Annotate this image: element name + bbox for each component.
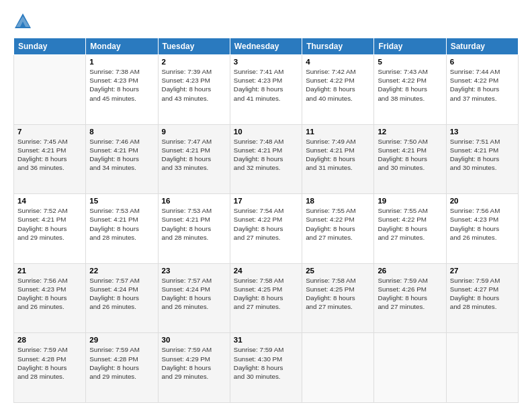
- day-info: Sunrise: 7:59 AM Sunset: 4:26 PM Dayligh…: [378, 276, 442, 312]
- day-number: 28: [17, 336, 82, 344]
- day-info: Sunrise: 7:47 AM Sunset: 4:21 PM Dayligh…: [162, 137, 226, 173]
- day-number: 9: [162, 128, 226, 136]
- day-number: 14: [17, 197, 82, 205]
- logo: [13, 12, 34, 31]
- calendar-cell: 27Sunrise: 7:59 AM Sunset: 4:27 PM Dayli…: [446, 263, 518, 333]
- calendar-cell: [302, 333, 374, 403]
- day-number: 7: [17, 128, 82, 136]
- calendar-cell: 29Sunrise: 7:59 AM Sunset: 4:28 PM Dayli…: [86, 333, 158, 403]
- day-info: Sunrise: 7:39 AM Sunset: 4:23 PM Dayligh…: [162, 67, 226, 103]
- day-info: Sunrise: 7:53 AM Sunset: 4:21 PM Dayligh…: [162, 206, 226, 242]
- day-info: Sunrise: 7:57 AM Sunset: 4:24 PM Dayligh…: [89, 276, 154, 312]
- calendar-table: SundayMondayTuesdayWednesdayThursdayFrid…: [13, 38, 519, 403]
- calendar-cell: 3Sunrise: 7:41 AM Sunset: 4:23 PM Daylig…: [230, 55, 302, 125]
- calendar-cell: [446, 333, 518, 403]
- calendar-cell: [374, 333, 446, 403]
- day-number: 6: [450, 58, 515, 66]
- calendar-cell: 10Sunrise: 7:48 AM Sunset: 4:21 PM Dayli…: [230, 124, 302, 194]
- day-header-tuesday: Tuesday: [158, 38, 230, 55]
- calendar-cell: 19Sunrise: 7:55 AM Sunset: 4:22 PM Dayli…: [374, 194, 446, 264]
- calendar-cell: 20Sunrise: 7:56 AM Sunset: 4:23 PM Dayli…: [446, 194, 518, 264]
- day-number: 1: [89, 58, 154, 66]
- day-header-saturday: Saturday: [446, 38, 518, 55]
- day-info: Sunrise: 7:59 AM Sunset: 4:27 PM Dayligh…: [450, 276, 515, 312]
- day-info: Sunrise: 7:41 AM Sunset: 4:23 PM Dayligh…: [234, 67, 298, 103]
- day-info: Sunrise: 7:48 AM Sunset: 4:21 PM Dayligh…: [234, 137, 298, 173]
- day-header-friday: Friday: [374, 38, 446, 55]
- day-info: Sunrise: 7:58 AM Sunset: 4:25 PM Dayligh…: [306, 276, 370, 312]
- day-number: 23: [162, 267, 226, 275]
- day-number: 30: [162, 336, 226, 344]
- day-info: Sunrise: 7:43 AM Sunset: 4:22 PM Dayligh…: [378, 67, 442, 103]
- day-number: 15: [89, 197, 154, 205]
- day-number: 11: [306, 128, 370, 136]
- day-info: Sunrise: 7:55 AM Sunset: 4:22 PM Dayligh…: [306, 206, 370, 242]
- day-number: 2: [162, 58, 226, 66]
- day-number: 13: [450, 128, 515, 136]
- calendar-cell: 14Sunrise: 7:52 AM Sunset: 4:21 PM Dayli…: [14, 194, 86, 264]
- day-info: Sunrise: 7:54 AM Sunset: 4:22 PM Dayligh…: [234, 206, 298, 242]
- day-number: 31: [234, 336, 298, 344]
- calendar-cell: 16Sunrise: 7:53 AM Sunset: 4:21 PM Dayli…: [158, 194, 230, 264]
- calendar-cell: 7Sunrise: 7:45 AM Sunset: 4:21 PM Daylig…: [14, 124, 86, 194]
- calendar-cell: 28Sunrise: 7:59 AM Sunset: 4:28 PM Dayli…: [14, 333, 86, 403]
- calendar-cell: 5Sunrise: 7:43 AM Sunset: 4:22 PM Daylig…: [374, 55, 446, 125]
- day-number: 21: [17, 267, 82, 275]
- day-number: 3: [234, 58, 298, 66]
- day-info: Sunrise: 7:52 AM Sunset: 4:21 PM Dayligh…: [17, 206, 82, 242]
- day-number: 25: [306, 267, 370, 275]
- calendar-cell: 6Sunrise: 7:44 AM Sunset: 4:22 PM Daylig…: [446, 55, 518, 125]
- day-header-thursday: Thursday: [302, 38, 374, 55]
- day-info: Sunrise: 7:59 AM Sunset: 4:29 PM Dayligh…: [162, 345, 226, 381]
- calendar-cell: 24Sunrise: 7:58 AM Sunset: 4:25 PM Dayli…: [230, 263, 302, 333]
- day-info: Sunrise: 7:56 AM Sunset: 4:23 PM Dayligh…: [17, 276, 82, 312]
- day-info: Sunrise: 7:51 AM Sunset: 4:21 PM Dayligh…: [450, 137, 515, 173]
- calendar-cell: 25Sunrise: 7:58 AM Sunset: 4:25 PM Dayli…: [302, 263, 374, 333]
- day-info: Sunrise: 7:59 AM Sunset: 4:28 PM Dayligh…: [89, 345, 154, 381]
- calendar-cell: 30Sunrise: 7:59 AM Sunset: 4:29 PM Dayli…: [158, 333, 230, 403]
- header: [13, 12, 519, 31]
- day-number: 10: [234, 128, 298, 136]
- day-header-sunday: Sunday: [14, 38, 86, 55]
- day-number: 12: [378, 128, 442, 136]
- logo-icon: [13, 12, 32, 31]
- calendar-cell: 21Sunrise: 7:56 AM Sunset: 4:23 PM Dayli…: [14, 263, 86, 333]
- calendar-cell: 8Sunrise: 7:46 AM Sunset: 4:21 PM Daylig…: [86, 124, 158, 194]
- calendar-cell: 11Sunrise: 7:49 AM Sunset: 4:21 PM Dayli…: [302, 124, 374, 194]
- day-number: 22: [89, 267, 154, 275]
- calendar-cell: 2Sunrise: 7:39 AM Sunset: 4:23 PM Daylig…: [158, 55, 230, 125]
- day-info: Sunrise: 7:59 AM Sunset: 4:30 PM Dayligh…: [234, 345, 298, 381]
- day-info: Sunrise: 7:46 AM Sunset: 4:21 PM Dayligh…: [89, 137, 154, 173]
- day-info: Sunrise: 7:42 AM Sunset: 4:22 PM Dayligh…: [306, 67, 370, 103]
- day-info: Sunrise: 7:59 AM Sunset: 4:28 PM Dayligh…: [17, 345, 82, 381]
- day-number: 5: [378, 58, 442, 66]
- day-number: 26: [378, 267, 442, 275]
- day-info: Sunrise: 7:49 AM Sunset: 4:21 PM Dayligh…: [306, 137, 370, 173]
- day-number: 20: [450, 197, 515, 205]
- calendar-cell: 31Sunrise: 7:59 AM Sunset: 4:30 PM Dayli…: [230, 333, 302, 403]
- calendar-cell: 9Sunrise: 7:47 AM Sunset: 4:21 PM Daylig…: [158, 124, 230, 194]
- day-number: 8: [89, 128, 154, 136]
- day-info: Sunrise: 7:50 AM Sunset: 4:21 PM Dayligh…: [378, 137, 442, 173]
- day-header-monday: Monday: [86, 38, 158, 55]
- day-info: Sunrise: 7:44 AM Sunset: 4:22 PM Dayligh…: [450, 67, 515, 103]
- day-info: Sunrise: 7:45 AM Sunset: 4:21 PM Dayligh…: [17, 137, 82, 173]
- day-number: 29: [89, 336, 154, 344]
- day-info: Sunrise: 7:56 AM Sunset: 4:23 PM Dayligh…: [450, 206, 515, 242]
- day-number: 19: [378, 197, 442, 205]
- day-header-wednesday: Wednesday: [230, 38, 302, 55]
- day-number: 27: [450, 267, 515, 275]
- day-number: 18: [306, 197, 370, 205]
- day-info: Sunrise: 7:38 AM Sunset: 4:23 PM Dayligh…: [89, 67, 154, 103]
- day-number: 17: [234, 197, 298, 205]
- calendar-cell: 1Sunrise: 7:38 AM Sunset: 4:23 PM Daylig…: [86, 55, 158, 125]
- calendar-cell: 26Sunrise: 7:59 AM Sunset: 4:26 PM Dayli…: [374, 263, 446, 333]
- day-number: 24: [234, 267, 298, 275]
- day-info: Sunrise: 7:57 AM Sunset: 4:24 PM Dayligh…: [162, 276, 226, 312]
- calendar-cell: 4Sunrise: 7:42 AM Sunset: 4:22 PM Daylig…: [302, 55, 374, 125]
- calendar-cell: 22Sunrise: 7:57 AM Sunset: 4:24 PM Dayli…: [86, 263, 158, 333]
- day-info: Sunrise: 7:53 AM Sunset: 4:21 PM Dayligh…: [89, 206, 154, 242]
- calendar-cell: 17Sunrise: 7:54 AM Sunset: 4:22 PM Dayli…: [230, 194, 302, 264]
- calendar-cell: 12Sunrise: 7:50 AM Sunset: 4:21 PM Dayli…: [374, 124, 446, 194]
- calendar-cell: [14, 55, 86, 125]
